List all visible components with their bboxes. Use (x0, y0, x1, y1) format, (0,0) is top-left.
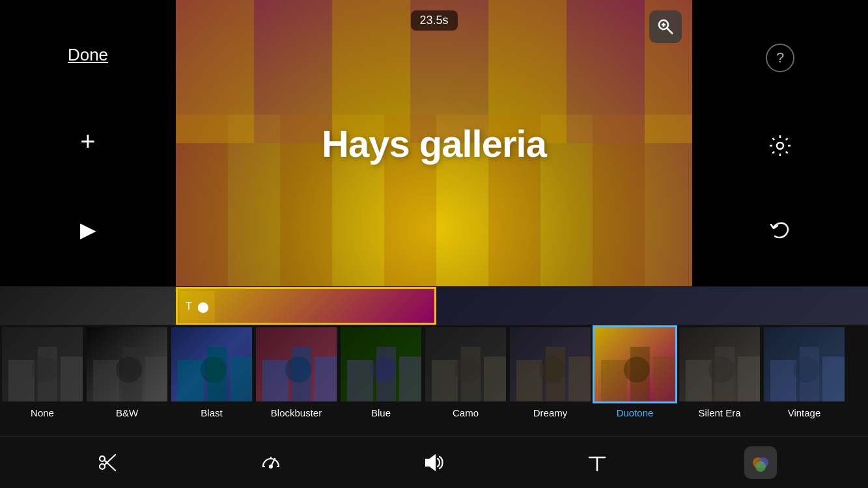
filter-camo[interactable]: Camo (423, 325, 508, 418)
right-sidebar: ? (692, 0, 868, 286)
bottom-toolbar (0, 436, 868, 488)
svg-point-0 (777, 142, 783, 149)
question-icon: ? (776, 49, 784, 66)
play-button[interactable]: ▶ (80, 217, 96, 242)
timeline-thumb-3 (436, 287, 868, 325)
speaker-icon (423, 452, 444, 473)
timeline-thumb-2: T ⬤ (176, 287, 436, 325)
svg-marker-14 (426, 455, 435, 470)
zoom-icon (656, 17, 675, 36)
filter-bw-label: B&W (85, 407, 169, 418)
left-sidebar: Done + ▶ (0, 0, 176, 286)
filters-button[interactable] (744, 446, 777, 479)
timeline-strip[interactable]: T ⬤ (0, 286, 868, 325)
speedometer-icon (260, 452, 281, 473)
undo-button[interactable] (768, 219, 792, 243)
done-button[interactable]: Done (68, 45, 108, 65)
svg-line-7 (105, 460, 116, 470)
video-scene: Hays galleria (176, 0, 692, 286)
settings-button[interactable] (768, 134, 792, 157)
svg-point-10 (270, 465, 272, 468)
help-button[interactable]: ? (766, 44, 794, 72)
text-button[interactable] (581, 446, 613, 479)
filter-none-label: None (0, 407, 85, 418)
filter-silent-era[interactable]: Silent Era (677, 325, 762, 418)
filter-dreamy[interactable]: Dreamy (508, 325, 593, 418)
filter-dreamy-label: Dreamy (508, 407, 593, 418)
svg-line-2 (667, 28, 673, 34)
timeline-circle-icon: ⬤ (197, 301, 209, 313)
filter-blockbuster[interactable]: Blockbuster (254, 325, 339, 418)
filters-circles-icon (750, 452, 771, 473)
scissors-button[interactable] (91, 446, 124, 479)
scissors-icon (97, 452, 118, 473)
undo-icon (768, 219, 792, 243)
zoom-button[interactable] (649, 10, 682, 43)
video-title: Hays galleria (322, 122, 546, 165)
timeline-text-icon: T (186, 301, 192, 312)
filter-vintage[interactable]: Vintage (762, 325, 847, 418)
filter-blue-label: Blue (339, 407, 423, 418)
audio-button[interactable] (417, 446, 450, 479)
timestamp-badge: 23.5s (410, 10, 457, 31)
add-button[interactable]: + (80, 128, 95, 154)
speedometer-button[interactable] (255, 446, 287, 479)
filter-bw[interactable]: B&W (85, 325, 169, 418)
filter-duotone-label: Duotone (593, 407, 677, 418)
filter-duotone[interactable]: Duotone (593, 325, 677, 418)
filter-none[interactable]: None (0, 325, 85, 418)
svg-line-8 (105, 455, 116, 465)
filter-blast[interactable]: Blast (169, 325, 254, 418)
filter-vintage-label: Vintage (762, 407, 847, 418)
svg-point-19 (755, 461, 766, 472)
filter-silent-era-label: Silent Era (677, 407, 762, 418)
filter-camo-label: Camo (423, 407, 508, 418)
video-preview: Hays galleria 23.5s (176, 0, 692, 286)
gear-icon (768, 134, 792, 157)
filters-row: None B&W Blast Blockbuster Blue Camo (0, 325, 868, 436)
filter-blockbuster-label: Blockbuster (254, 407, 339, 418)
timeline-thumb-1 (0, 287, 176, 325)
filter-blue[interactable]: Blue (339, 325, 423, 418)
text-icon (587, 452, 608, 473)
filter-blast-label: Blast (169, 407, 254, 418)
